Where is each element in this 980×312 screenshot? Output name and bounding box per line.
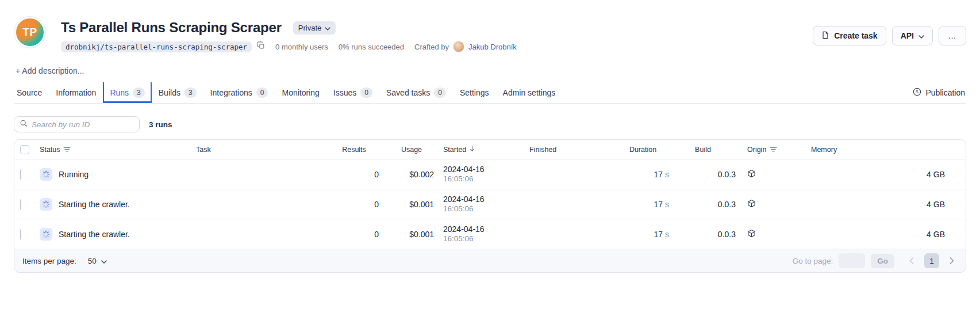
row-checkbox[interactable] xyxy=(20,169,21,180)
tab-integrations[interactable]: Integrations 0 xyxy=(203,82,275,103)
chevron-down-icon xyxy=(325,24,330,32)
run-memory: 4 GB xyxy=(805,200,961,209)
run-memory: 4 GB xyxy=(805,170,961,179)
search-input[interactable] xyxy=(32,120,134,129)
select-all-checkbox[interactable] xyxy=(20,145,29,154)
run-duration: 17 s xyxy=(616,170,670,179)
col-origin: Origin xyxy=(747,146,766,154)
run-started-time: 16:05:06 xyxy=(443,174,529,184)
items-per-page-value: 50 xyxy=(88,257,97,265)
create-task-label: Create task xyxy=(834,31,878,40)
run-started: 2024-04-16 16:05:06 xyxy=(443,225,529,243)
run-usage: $0.001 xyxy=(380,200,443,209)
table-row[interactable]: Starting the crawler. 0 $0.001 2024-04-1… xyxy=(14,189,966,219)
spinner-icon xyxy=(40,198,52,211)
tab-information[interactable]: Information xyxy=(49,82,103,103)
tab-runs[interactable]: Runs 3 xyxy=(103,82,151,103)
run-started-time: 16:05:06 xyxy=(443,234,529,243)
tab-issues[interactable]: Issues 0 xyxy=(326,82,379,103)
run-duration: 17 s xyxy=(616,200,670,209)
copy-icon[interactable] xyxy=(257,41,265,52)
run-build: 0.0.3 xyxy=(670,200,736,209)
create-task-button[interactable]: Create task xyxy=(813,26,886,45)
run-results: 0 xyxy=(328,200,380,209)
runs-count: 3 runs xyxy=(149,120,172,129)
tab-saved-tasks[interactable]: Saved tasks 0 xyxy=(379,82,453,103)
author-link[interactable]: Jakub Drobník xyxy=(468,43,517,51)
add-description-link[interactable]: + Add description... xyxy=(16,66,84,75)
run-started: 2024-04-16 16:05:06 xyxy=(443,195,529,214)
run-started: 2024-04-16 16:05:06 xyxy=(443,165,529,184)
filter-icon[interactable] xyxy=(770,146,777,154)
items-per-page-label: Items per page: xyxy=(22,257,76,265)
search-icon xyxy=(20,119,28,130)
chevron-down-icon xyxy=(918,31,924,40)
runs-toolbar: 3 runs xyxy=(14,116,966,132)
run-status: Running xyxy=(59,170,89,179)
crafted-by-label: Crafted by xyxy=(414,43,449,51)
run-started-date: 2024-04-16 xyxy=(443,165,529,174)
chevron-down-icon xyxy=(101,257,107,265)
api-button[interactable]: API xyxy=(892,26,933,45)
prev-page-icon[interactable] xyxy=(906,253,917,268)
run-started-date: 2024-04-16 xyxy=(443,195,529,204)
col-task: Task xyxy=(196,146,211,154)
run-build: 0.0.3 xyxy=(670,170,736,179)
run-usage: $0.001 xyxy=(380,230,443,239)
tab-builds-count: 3 xyxy=(185,87,197,98)
table-header-row: Status Task Results Usage Started Finish… xyxy=(14,140,966,159)
runs-succeeded: 0% runs succeeded xyxy=(339,43,404,51)
tab-bar: Source Information Runs 3 Builds 3 Integ… xyxy=(14,82,966,104)
run-duration: 17 s xyxy=(616,230,670,239)
more-actions-button[interactable]: … xyxy=(939,26,966,45)
col-status: Status xyxy=(40,146,60,154)
run-origin xyxy=(736,229,805,239)
col-finished: Finished xyxy=(529,146,556,154)
tab-source[interactable]: Source xyxy=(14,82,49,103)
page-number-button[interactable]: 1 xyxy=(924,253,939,268)
row-checkbox[interactable] xyxy=(20,229,21,239)
col-duration: Duration xyxy=(629,146,656,154)
package-icon xyxy=(747,200,756,210)
search-box xyxy=(14,116,140,132)
visibility-badge[interactable]: Private xyxy=(293,21,336,35)
run-status: Starting the crawler. xyxy=(59,230,130,239)
header-actions: Create task API … xyxy=(813,26,966,45)
tab-admin-settings[interactable]: Admin settings xyxy=(496,82,563,103)
page-title: Ts Parallel Runs Scraping Scraper xyxy=(61,20,282,36)
row-checkbox[interactable] xyxy=(20,199,21,210)
tab-issues-count: 0 xyxy=(360,87,372,98)
next-page-icon[interactable] xyxy=(946,253,958,268)
items-per-page-select[interactable]: 50 xyxy=(88,257,107,265)
run-origin xyxy=(736,199,805,210)
actor-logo-initials: TP xyxy=(16,18,44,46)
tab-settings[interactable]: Settings xyxy=(453,82,496,103)
run-results: 0 xyxy=(328,170,380,179)
tab-integrations-count: 0 xyxy=(256,87,268,98)
tab-monitoring[interactable]: Monitoring xyxy=(275,82,326,103)
publication-link[interactable]: $ Publication xyxy=(913,82,967,103)
tab-builds[interactable]: Builds 3 xyxy=(152,82,203,103)
spinner-icon xyxy=(40,228,52,241)
col-memory: Memory xyxy=(811,146,837,154)
table-footer: Items per page: 50 Go to page: Go 1 xyxy=(14,249,966,272)
run-build: 0.0.3 xyxy=(670,230,736,239)
table-row[interactable]: Starting the crawler. 0 $0.001 2024-04-1… xyxy=(14,219,966,249)
run-started-time: 16:05:06 xyxy=(443,204,529,214)
sort-desc-icon[interactable] xyxy=(470,146,475,154)
actor-slug: drobnikj/ts-parallel-runs-scraping-scrap… xyxy=(61,41,252,52)
col-results: Results xyxy=(342,146,366,154)
go-to-page-input[interactable] xyxy=(839,253,865,268)
table-row[interactable]: Running 0 $0.002 2024-04-16 16:05:06 17 … xyxy=(14,159,966,189)
visibility-label: Private xyxy=(298,24,321,32)
col-started[interactable]: Started xyxy=(443,146,466,154)
tab-saved-tasks-count: 0 xyxy=(434,87,446,98)
run-results: 0 xyxy=(328,230,380,239)
run-started-date: 2024-04-16 xyxy=(443,225,529,234)
run-origin xyxy=(736,169,805,180)
svg-text:$: $ xyxy=(916,89,918,94)
go-button[interactable]: Go xyxy=(871,254,894,268)
tab-runs-count: 3 xyxy=(133,87,145,98)
spinner-icon xyxy=(40,168,52,181)
filter-icon[interactable] xyxy=(63,146,71,154)
